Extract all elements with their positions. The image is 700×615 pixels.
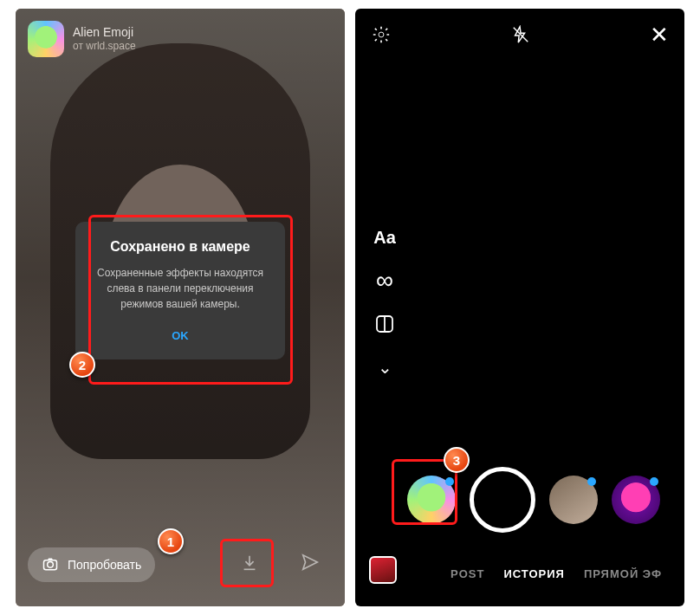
- settings-icon[interactable]: [371, 24, 392, 45]
- effect-filter-warm[interactable]: [549, 476, 598, 524]
- dialog-title: Сохранено в камере: [91, 239, 269, 255]
- effect-name: Alien Emoji: [73, 25, 136, 40]
- flash-off-icon[interactable]: [510, 24, 531, 45]
- svg-point-1: [48, 561, 54, 567]
- new-dot: [587, 477, 596, 486]
- story-camera-screen: ✕ Aa ∞ ⌄ POST ИСТОРИЯ ПРЯМОЙ ЭФ: [355, 9, 684, 606]
- mode-live[interactable]: ПРЯМОЙ ЭФ: [584, 567, 662, 580]
- dialog-ok-button[interactable]: OK: [91, 324, 269, 347]
- effect-alien-emoji[interactable]: [407, 476, 456, 524]
- save-effect-icon[interactable]: [237, 551, 262, 575]
- dialog-message: Сохраненные эффекты находятся слева в па…: [91, 265, 269, 312]
- svg-point-2: [379, 32, 384, 37]
- camera-topbar: ✕: [355, 9, 684, 61]
- shutter-button[interactable]: [470, 467, 535, 533]
- effect-header: Alien Emoji от wrld.space: [28, 21, 136, 57]
- saved-dialog: Сохранено в камере Сохраненные эффекты н…: [75, 222, 285, 359]
- text-mode-icon[interactable]: Aa: [373, 225, 397, 249]
- chevron-down-icon[interactable]: ⌄: [373, 355, 397, 379]
- try-effect-button[interactable]: Попробовать: [28, 547, 155, 582]
- close-icon[interactable]: ✕: [650, 23, 669, 46]
- effect-author: от wrld.space: [73, 40, 136, 52]
- camera-mode-rail: Aa ∞ ⌄: [373, 225, 397, 379]
- share-icon[interactable]: [298, 551, 322, 575]
- effect-carousel[interactable]: [355, 461, 684, 539]
- gallery-thumbnail[interactable]: [369, 556, 397, 584]
- camera-icon: [42, 555, 59, 575]
- effect-thumbnail[interactable]: [28, 21, 64, 57]
- layout-mode-icon[interactable]: [373, 312, 397, 336]
- effect-preview-screen: Alien Emoji от wrld.space Сохранено в ка…: [16, 9, 345, 606]
- new-dot: [650, 477, 658, 486]
- try-effect-label: Попробовать: [68, 558, 141, 572]
- boomerang-icon[interactable]: ∞: [373, 269, 397, 293]
- new-dot: [445, 477, 454, 486]
- mode-story[interactable]: ИСТОРИЯ: [503, 567, 565, 580]
- camera-modes[interactable]: POST ИСТОРИЯ ПРЯМОЙ ЭФ: [450, 567, 676, 580]
- mode-post[interactable]: POST: [450, 567, 484, 580]
- effect-alien-purple[interactable]: [612, 476, 660, 524]
